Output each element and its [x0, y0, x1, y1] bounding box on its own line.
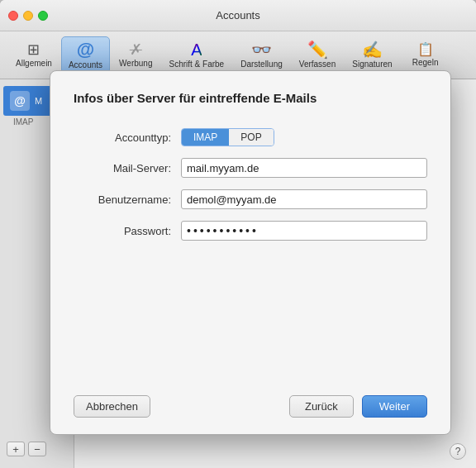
main-window: Accounts ⊞ Allgemein @ Accounts ✗ Werbun… — [0, 0, 476, 468]
werbung-icon: ✗ — [130, 42, 142, 57]
account-type-segmented: IMAP POP — [181, 128, 274, 146]
account-icon: @ — [10, 91, 30, 111]
minimize-button[interactable] — [23, 11, 33, 21]
dialog-form: Accounttyp: IMAP POP Mail-Server: Benutz… — [74, 128, 427, 375]
maximize-button[interactable] — [38, 11, 48, 21]
toolbar-item-verfassen[interactable]: ✏️ Verfassen — [292, 37, 343, 73]
help-icon: ? — [455, 446, 461, 457]
regeln-label: Regeln — [412, 58, 439, 67]
mail-server-control — [181, 158, 427, 178]
darstellung-icon: 👓 — [251, 41, 272, 58]
toolbar-item-accounts[interactable]: @ Accounts — [61, 36, 110, 74]
schrift-icon: A — [191, 41, 202, 58]
help-button[interactable]: ? — [450, 443, 466, 460]
mail-server-label: Mail-Server: — [74, 162, 181, 174]
add-account-button[interactable]: + — [7, 442, 25, 456]
toolbar-item-schrift[interactable]: A Schrift & Farbe — [161, 37, 231, 73]
username-control — [181, 189, 427, 209]
toolbar-item-signaturen[interactable]: ✍️ Signaturen — [345, 37, 399, 73]
imap-button[interactable]: IMAP — [182, 129, 229, 146]
mail-server-input[interactable] — [181, 158, 427, 178]
signaturen-icon: ✍️ — [362, 41, 383, 58]
accounts-icon: @ — [77, 41, 94, 59]
password-row: Passwort: — [74, 221, 427, 241]
mail-server-row: Mail-Server: — [74, 158, 427, 178]
back-button[interactable]: Zurück — [289, 395, 354, 418]
toolbar-item-werbung[interactable]: ✗ Werbung — [112, 38, 159, 72]
toolbar-item-darstellung[interactable]: 👓 Darstellung — [233, 37, 290, 73]
remove-account-button[interactable]: − — [28, 442, 46, 456]
next-button[interactable]: Weiter — [362, 395, 427, 418]
incoming-server-dialog: Infos über Server für eintreffende E-Mai… — [50, 70, 451, 435]
dialog-title: Infos über Server für eintreffende E-Mai… — [74, 91, 427, 105]
close-button[interactable] — [8, 11, 18, 21]
account-type-control: IMAP POP — [181, 128, 427, 146]
toolbar-item-regeln[interactable]: 📋 Regeln — [402, 39, 450, 71]
account-type-row: Accounttyp: IMAP POP — [74, 128, 427, 146]
sidebar-bottom: + − — [0, 437, 74, 461]
pop-button[interactable]: POP — [229, 129, 273, 146]
password-input[interactable] — [181, 221, 427, 241]
username-input[interactable] — [181, 189, 427, 209]
toolbar-item-allgemein[interactable]: ⊞ Allgemein — [8, 38, 60, 72]
account-type-label: Accounttyp: — [74, 131, 181, 144]
password-label: Passwort: — [74, 225, 181, 237]
dialog-buttons: Abbrechen Zurück Weiter — [74, 395, 427, 418]
darstellung-label: Darstellung — [240, 60, 283, 69]
username-label: Benutzername: — [74, 193, 181, 206]
werbung-label: Werbung — [119, 59, 152, 68]
schrift-label: Schrift & Farbe — [169, 60, 224, 69]
username-row: Benutzername: — [74, 189, 427, 209]
cancel-button[interactable]: Abbrechen — [74, 395, 150, 418]
account-label: M — [35, 96, 42, 106]
regeln-icon: 📋 — [417, 43, 434, 56]
verfassen-label: Verfassen — [299, 60, 336, 69]
password-control — [181, 221, 427, 241]
window-controls — [8, 11, 48, 21]
allgemein-icon: ⊞ — [27, 42, 40, 57]
accounts-label: Accounts — [69, 60, 102, 69]
signaturen-label: Signaturen — [352, 60, 392, 69]
titlebar: Accounts — [0, 0, 476, 31]
allgemein-label: Allgemein — [16, 59, 52, 68]
verfassen-icon: ✏️ — [307, 41, 328, 58]
window-title: Accounts — [216, 9, 259, 21]
